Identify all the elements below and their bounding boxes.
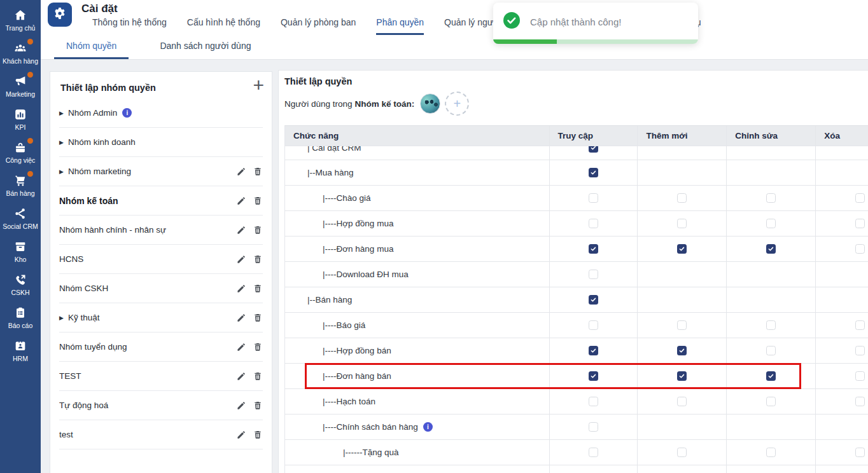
checkbox-unchecked[interactable] <box>589 193 598 203</box>
delete-trash-icon[interactable] <box>253 167 263 177</box>
checkbox-checked[interactable] <box>589 244 598 254</box>
sidebar-item-marketing[interactable]: Marketing <box>0 70 41 103</box>
sidebar-item-ban-hang[interactable]: Bán hàng <box>0 169 41 202</box>
add-group-button[interactable]: + <box>253 76 264 95</box>
delete-trash-icon[interactable] <box>253 254 263 264</box>
checkbox-checked[interactable] <box>589 371 598 381</box>
settings-gear-button[interactable] <box>48 3 72 27</box>
delete-trash-icon[interactable] <box>253 371 263 381</box>
checkbox-unchecked[interactable] <box>855 371 865 381</box>
sidebar-item-kpi[interactable]: KPI <box>0 103 41 136</box>
user-avatar[interactable] <box>420 93 440 114</box>
expand-arrow-icon[interactable]: ▶ <box>59 168 68 175</box>
sidebar-item-cong-viec[interactable]: Công việc <box>0 136 41 169</box>
delete-trash-icon[interactable] <box>253 401 263 411</box>
checkbox-unchecked[interactable] <box>589 397 598 406</box>
checkbox-unchecked[interactable] <box>677 320 687 330</box>
tab-phan-quyen[interactable]: Phân quyền <box>376 17 424 35</box>
info-icon[interactable]: i <box>122 108 132 118</box>
checkbox-unchecked[interactable] <box>855 320 865 330</box>
checkbox-checked[interactable] <box>589 146 598 153</box>
checkbox-unchecked[interactable] <box>855 397 865 406</box>
sidebar-item-khach-hang[interactable]: Khách hàng <box>0 37 41 70</box>
edit-pencil-icon[interactable] <box>236 284 246 294</box>
sidebar-item-bao-cao[interactable]: Báo cáo <box>0 301 41 334</box>
group-item-ky-thuat[interactable]: ▶Kỹ thuật <box>59 303 263 332</box>
sidebar-item-social-crm[interactable]: Social CRM <box>0 202 41 235</box>
edit-pencil-icon[interactable] <box>236 371 246 381</box>
subtab-danh-sach-nguoi-dung[interactable]: Danh sách người dùng <box>148 37 263 59</box>
group-label: Nhóm CSKH <box>59 284 108 293</box>
checkbox-unchecked[interactable] <box>589 219 598 228</box>
tab-cau-hinh-he-thong[interactable]: Cấu hình hệ thống <box>187 17 260 35</box>
checkbox-unchecked[interactable] <box>589 422 598 432</box>
edit-pencil-icon[interactable] <box>236 342 246 352</box>
group-item-nhom-marketing[interactable]: ▶Nhóm marketing <box>59 157 263 186</box>
edit-pencil-icon[interactable] <box>236 167 246 177</box>
edit-pencil-icon[interactable] <box>236 254 246 264</box>
sidebar-item-hrm[interactable]: HRM <box>0 334 41 367</box>
subtab-nhom-quyen[interactable]: Nhóm quyền <box>54 37 129 59</box>
checkbox-unchecked[interactable] <box>589 448 598 457</box>
edit-pencil-icon[interactable] <box>236 401 246 411</box>
checkbox-unchecked[interactable] <box>766 448 776 457</box>
function-label: |----Hợp đồng mua <box>285 219 393 228</box>
checkbox-unchecked[interactable] <box>855 219 865 228</box>
sidebar-item-trang-chu[interactable]: Trang chủ <box>0 4 41 37</box>
checkbox-checked[interactable] <box>766 371 776 381</box>
checkbox-unchecked[interactable] <box>855 244 865 254</box>
checkbox-checked[interactable] <box>677 244 687 254</box>
checkbox-checked[interactable] <box>589 168 598 177</box>
function-label: |----Download ĐH mua <box>285 270 409 279</box>
warehouse-icon <box>13 240 28 254</box>
edit-pencil-icon[interactable] <box>236 313 246 323</box>
tab-quan-ly-phong-ban[interactable]: Quản lý phòng ban <box>281 17 356 35</box>
group-item-test[interactable]: test <box>59 420 263 449</box>
checkbox-checked[interactable] <box>677 346 687 355</box>
checkbox-checked[interactable] <box>589 346 598 355</box>
group-item-nhom-ke-toan[interactable]: Nhóm kế toán <box>59 186 263 216</box>
group-item-nhom-cskh[interactable]: Nhóm CSKH <box>59 274 263 303</box>
checkbox-unchecked[interactable] <box>589 270 598 279</box>
checkbox-checked[interactable] <box>677 371 687 381</box>
group-item-nhom-hanh-chinh-nhan-su[interactable]: Nhóm hành chính - nhân sự <box>59 216 263 245</box>
sidebar-item-kho[interactable]: Kho <box>0 235 41 268</box>
tab-thong-tin-he-thong[interactable]: Thông tin hệ thống <box>92 17 167 35</box>
delete-trash-icon[interactable] <box>253 313 263 323</box>
checkbox-unchecked[interactable] <box>677 193 687 203</box>
group-item-hcns[interactable]: HCNS <box>59 245 263 274</box>
checkbox-unchecked[interactable] <box>677 397 687 406</box>
checkbox-unchecked[interactable] <box>766 346 776 355</box>
add-user-button[interactable]: + <box>445 92 469 116</box>
checkbox-unchecked[interactable] <box>677 448 687 457</box>
expand-arrow-icon[interactable]: ▶ <box>59 139 68 146</box>
checkbox-unchecked[interactable] <box>766 193 776 203</box>
delete-trash-icon[interactable] <box>253 342 263 352</box>
expand-arrow-icon[interactable]: ▶ <box>59 315 68 321</box>
checkbox-unchecked[interactable] <box>855 193 865 203</box>
checkbox-unchecked[interactable] <box>766 397 776 406</box>
checkbox-unchecked[interactable] <box>855 346 865 355</box>
group-item-nhom-tuyen-dung[interactable]: Nhóm tuyển dụng <box>59 332 263 362</box>
edit-pencil-icon[interactable] <box>236 225 246 235</box>
edit-pencil-icon[interactable] <box>236 196 246 206</box>
sidebar-item-cskh[interactable]: CSKH <box>0 268 41 301</box>
checkbox-unchecked[interactable] <box>855 448 865 457</box>
checkbox-checked[interactable] <box>766 244 776 254</box>
info-icon[interactable]: i <box>423 422 433 432</box>
group-item-nhom-admin[interactable]: ▶Nhóm Admini <box>59 99 263 128</box>
delete-trash-icon[interactable] <box>253 284 263 294</box>
checkbox-unchecked[interactable] <box>589 320 598 330</box>
group-item-test[interactable]: TEST <box>59 362 263 391</box>
checkbox-unchecked[interactable] <box>766 219 776 228</box>
checkbox-unchecked[interactable] <box>677 219 687 228</box>
delete-trash-icon[interactable] <box>253 196 263 206</box>
group-item-tu-ong-hoa[interactable]: Tự động hoá <box>59 391 263 420</box>
group-item-nhom-kinh-doanh[interactable]: ▶Nhóm kinh doanh <box>59 128 263 157</box>
expand-arrow-icon[interactable]: ▶ <box>59 110 68 116</box>
delete-trash-icon[interactable] <box>253 225 263 235</box>
checkbox-unchecked[interactable] <box>766 320 776 330</box>
delete-trash-icon[interactable] <box>253 430 263 440</box>
edit-pencil-icon[interactable] <box>236 430 246 440</box>
checkbox-checked[interactable] <box>589 295 598 305</box>
